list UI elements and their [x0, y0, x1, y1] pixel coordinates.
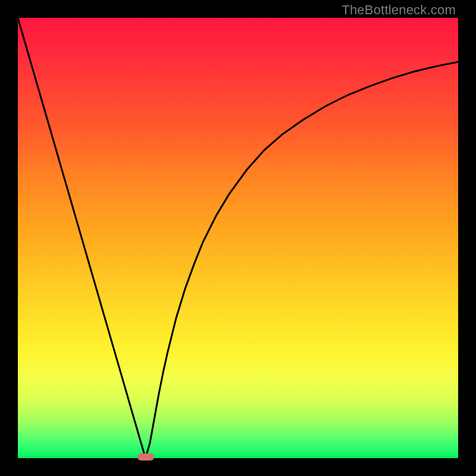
minimum-marker	[137, 453, 154, 461]
watermark-text: TheBottleneck.com	[342, 2, 456, 18]
bottleneck-curve-path	[18, 18, 458, 458]
chart-frame: TheBottleneck.com	[0, 0, 476, 476]
curve-svg	[18, 18, 458, 458]
plot-area	[18, 18, 458, 458]
